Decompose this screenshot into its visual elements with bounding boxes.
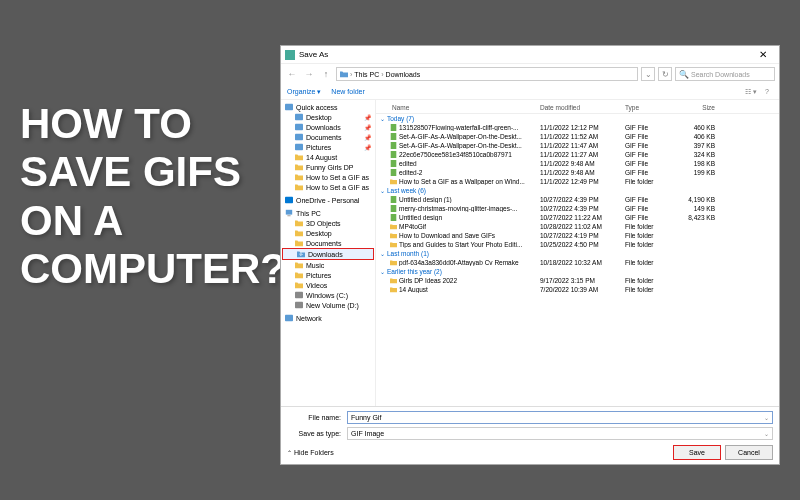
tree-item[interactable]: Desktop📌 <box>281 112 375 122</box>
tree-item[interactable]: Pictures📌 <box>281 142 375 152</box>
file-row[interactable]: edited-211/1/2022 9:48 AMGIF File199 KB <box>376 168 779 177</box>
forward-button[interactable]: → <box>302 67 316 81</box>
tree-item[interactable]: 14 August <box>281 152 375 162</box>
svg-rect-2 <box>295 114 303 120</box>
tree-item[interactable]: 3D Objects <box>281 218 375 228</box>
file-row[interactable]: Tips and Guides to Start Your Photo Edit… <box>376 240 779 249</box>
hide-folders-button[interactable]: ⌃ Hide Folders <box>287 449 334 456</box>
tree-item[interactable]: Documents <box>281 238 375 248</box>
file-row[interactable]: pdf-634a3a836dd0f-Attayyab Cv Remake10/1… <box>376 258 779 267</box>
group-header[interactable]: ⌄Today (7) <box>376 114 779 123</box>
file-row[interactable]: Girls DP Ideas 20229/17/2022 3:15 PMFile… <box>376 276 779 285</box>
file-row[interactable]: Set-A-GIF-As-A-Wallpaper-On-the-Deskt...… <box>376 132 779 141</box>
filename-label: File name: <box>287 414 347 421</box>
address-bar: ← → ↑ › This PC › Downloads ⌄ ↻ 🔍 Search… <box>281 64 779 84</box>
tree-item[interactable]: New Volume (D:) <box>281 300 375 310</box>
file-icon <box>390 151 397 158</box>
organize-button[interactable]: Organize ▾ <box>287 88 321 96</box>
tree-item[interactable]: Documents📌 <box>281 132 375 142</box>
pin-icon: 📌 <box>364 134 371 141</box>
tree-this-pc[interactable]: This PC <box>281 208 375 218</box>
file-row[interactable]: 14 August7/20/2022 10:39 AMFile folder <box>376 285 779 294</box>
tree-item[interactable]: Desktop <box>281 228 375 238</box>
toolbar: Organize ▾ New folder ☷ ▾ ? <box>281 84 779 100</box>
chevron-down-icon: ⌄ <box>764 430 769 437</box>
file-row[interactable]: How to Set a GIF as a Wallpaper on Wind.… <box>376 177 779 186</box>
new-folder-button[interactable]: New folder <box>331 88 364 95</box>
svg-rect-6 <box>285 197 293 203</box>
svg-rect-10 <box>295 302 303 308</box>
pin-icon: 📌 <box>364 124 371 131</box>
svg-rect-13 <box>391 133 397 140</box>
chevron-down-icon[interactable]: ⌄ <box>764 414 769 421</box>
file-row[interactable]: merry-christmas-moving-glitter-images-..… <box>376 204 779 213</box>
tree-item[interactable]: How to Set a GIF as <box>281 182 375 192</box>
back-button[interactable]: ← <box>285 67 299 81</box>
tree-network[interactable]: Network <box>281 313 375 323</box>
dialog-title: Save As <box>299 50 751 59</box>
file-row[interactable]: 131528507Flowing-waterfall-cliff-green-.… <box>376 123 779 132</box>
folder-icon <box>390 259 397 266</box>
column-headers[interactable]: Name Date modified Type Size <box>376 102 779 114</box>
svg-rect-4 <box>295 134 303 140</box>
breadcrumb-segment[interactable]: Downloads <box>386 71 421 78</box>
refresh-button[interactable]: ↻ <box>658 67 672 81</box>
chevron-down-icon: ⌄ <box>380 268 385 275</box>
close-button[interactable]: ✕ <box>751 49 775 60</box>
tree-item[interactable]: Pictures <box>281 270 375 280</box>
tree-item[interactable]: Windows (C:) <box>281 290 375 300</box>
tree-item[interactable]: How to Set a GIF as <box>281 172 375 182</box>
file-row[interactable]: MP4toGif10/28/2022 11:02 AMFile folder <box>376 222 779 231</box>
file-row[interactable]: 22ec6e750cee581e34f8510ca0b8797111/1/202… <box>376 150 779 159</box>
file-row[interactable]: How to Download and Save GIFs10/27/2022 … <box>376 231 779 240</box>
filename-input[interactable]: Funny Gif ⌄ <box>347 411 773 424</box>
dropdown-button[interactable]: ⌄ <box>641 67 655 81</box>
svg-rect-18 <box>391 196 397 203</box>
group-header[interactable]: ⌄Last month (1) <box>376 249 779 258</box>
svg-rect-9 <box>295 292 303 298</box>
breadcrumb-segment[interactable]: This PC <box>354 71 379 78</box>
column-size[interactable]: Size <box>675 104 715 111</box>
folder-icon <box>390 241 397 248</box>
chevron-down-icon: ⌄ <box>380 187 385 194</box>
group-header[interactable]: ⌄Last week (6) <box>376 186 779 195</box>
group-header[interactable]: ⌄Earlier this year (2) <box>376 267 779 276</box>
svg-rect-3 <box>295 124 303 130</box>
svg-rect-15 <box>391 151 397 158</box>
svg-rect-12 <box>391 124 397 131</box>
save-button[interactable]: Save <box>673 445 721 460</box>
search-input[interactable]: 🔍 Search Downloads <box>675 67 775 81</box>
file-row[interactable]: edited11/1/2022 9:48 AMGIF File198 KB <box>376 159 779 168</box>
search-placeholder: Search Downloads <box>691 71 750 78</box>
save-as-dialog: Save As ✕ ← → ↑ › This PC › Downloads ⌄ … <box>280 45 780 465</box>
saveastype-select[interactable]: GIF Image ⌄ <box>347 427 773 440</box>
pin-icon: 📌 <box>364 144 371 151</box>
column-date[interactable]: Date modified <box>540 104 625 111</box>
tree-onedrive[interactable]: OneDrive - Personal <box>281 195 375 205</box>
saveastype-label: Save as type: <box>287 430 347 437</box>
help-button[interactable]: ? <box>761 86 773 98</box>
tree-item-downloads[interactable]: Downloads <box>282 248 374 260</box>
svg-rect-1 <box>285 104 293 110</box>
column-type[interactable]: Type <box>625 104 675 111</box>
column-name[interactable]: Name <box>380 104 540 111</box>
view-button[interactable]: ☷ ▾ <box>745 86 757 98</box>
breadcrumb[interactable]: › This PC › Downloads <box>336 67 638 81</box>
folder-icon <box>390 223 397 230</box>
file-row[interactable]: Untitled design10/27/2022 11:22 AMGIF Fi… <box>376 213 779 222</box>
tree-item[interactable]: Videos <box>281 280 375 290</box>
file-icon <box>390 205 397 212</box>
file-row[interactable]: Set-A-GIF-As-A-Wallpaper-On-the-Deskt...… <box>376 141 779 150</box>
file-row[interactable]: Untitled design (1)10/27/2022 4:39 PMGIF… <box>376 195 779 204</box>
tree-item[interactable]: Music <box>281 260 375 270</box>
svg-rect-14 <box>391 142 397 149</box>
navigation-tree: Quick accessDesktop📌Downloads📌Documents📌… <box>281 100 376 406</box>
svg-rect-7 <box>286 210 292 215</box>
tree-quick-access[interactable]: Quick access <box>281 102 375 112</box>
tree-item[interactable]: Funny Girls DP <box>281 162 375 172</box>
tree-item[interactable]: Downloads📌 <box>281 122 375 132</box>
chevron-down-icon: ⌄ <box>380 250 385 257</box>
svg-rect-8 <box>287 215 290 216</box>
up-button[interactable]: ↑ <box>319 67 333 81</box>
cancel-button[interactable]: Cancel <box>725 445 773 460</box>
